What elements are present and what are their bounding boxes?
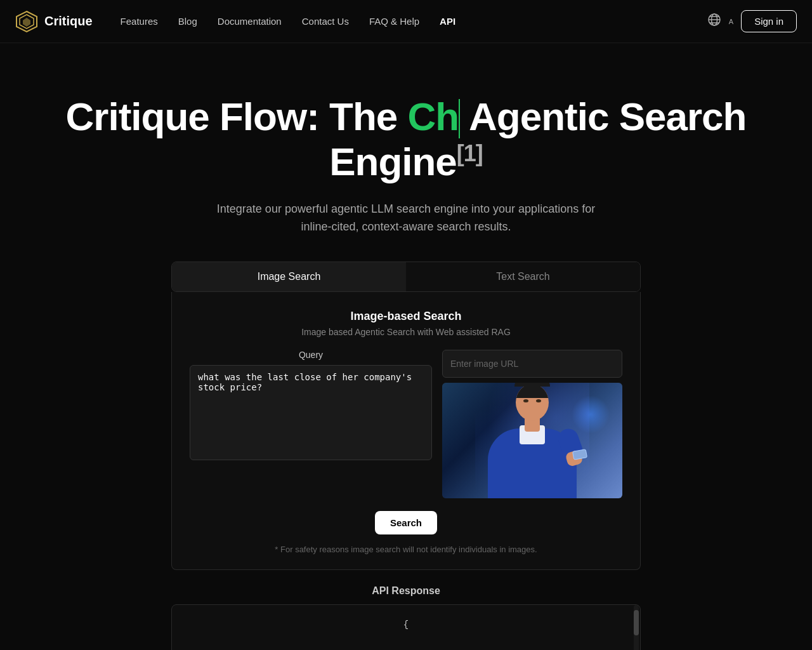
query-input[interactable] (190, 365, 432, 460)
nav-contact[interactable]: Contact Us (294, 11, 357, 32)
image-preview-inner (442, 383, 622, 498)
language-icon[interactable] (704, 9, 725, 34)
brand-name: Critique (44, 14, 93, 29)
query-label: Query (190, 350, 432, 360)
scrollbar[interactable] (634, 605, 639, 650)
navbar: Critique Features Blog Documentation Con… (0, 0, 812, 43)
logo[interactable]: Critique (15, 10, 93, 33)
nav-blog[interactable]: Blog (171, 11, 205, 32)
tab-image-search[interactable]: Image Search (172, 262, 406, 291)
hero-section: Critique Flow: The Ch Agentic Search Eng… (0, 43, 812, 650)
query-section: Query (190, 350, 432, 463)
nav-links: Features Blog Documentation Contact Us F… (113, 11, 704, 32)
nav-documentation[interactable]: Documentation (210, 11, 289, 32)
api-response-title: API Response (171, 585, 641, 597)
nav-features[interactable]: Features (113, 11, 166, 32)
nav-api[interactable]: API (432, 11, 463, 32)
api-response-section: API Response { "response": (171, 585, 641, 650)
image-section (442, 350, 622, 498)
hero-title: Critique Flow: The Ch Agentic Search Eng… (25, 94, 787, 185)
search-card: Image-based Search Image based Agentic S… (171, 292, 641, 570)
search-button[interactable]: Search (375, 511, 437, 534)
svg-marker-2 (23, 18, 30, 27)
api-response-box[interactable]: { "response": (171, 604, 641, 650)
hero-highlight: Ch (408, 95, 461, 138)
nav-faq[interactable]: FAQ & Help (362, 11, 427, 32)
hero-title-prefix: Critique Flow: The (66, 95, 408, 138)
image-url-input[interactable] (442, 350, 622, 378)
card-title: Image-based Search (190, 310, 622, 323)
safety-note: * For safety reasons image search will n… (190, 545, 622, 554)
hero-superscript: [1] (457, 141, 483, 167)
hero-subtitle: Integrate our powerful agentic LLM searc… (216, 200, 596, 237)
nav-right: A Sign in (704, 9, 797, 34)
search-tabs: Image Search Text Search (171, 262, 641, 292)
sign-in-button[interactable]: Sign in (741, 10, 797, 32)
logo-icon (15, 10, 38, 33)
tab-text-search[interactable]: Text Search (406, 262, 640, 291)
scrollbar-thumb (634, 610, 639, 635)
card-subtitle: Image based Agentic Search with Web assi… (190, 327, 622, 337)
form-row: Query (190, 350, 622, 498)
json-open-brace: { (187, 618, 625, 633)
json-response-line: "response": (187, 633, 625, 650)
image-preview (442, 383, 622, 498)
